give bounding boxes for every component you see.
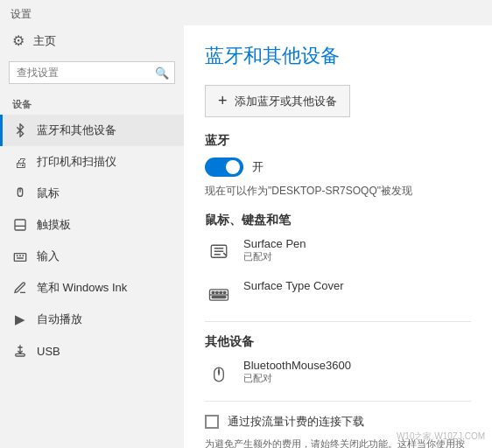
autoplay-icon: ▶ (12, 312, 28, 327)
input-icon (12, 248, 28, 264)
sidebar-item-printers[interactable]: 🖨 打印机和扫描仪 (0, 146, 184, 178)
divider-2 (205, 401, 471, 402)
sidebar-pen-label: 笔和 Windows Ink (37, 280, 127, 296)
device-surface-pen: Surface Pen 已配对 (205, 237, 471, 267)
toggle-on-label: 开 (252, 159, 264, 175)
sidebar-bluetooth-label: 蓝牙和其他设备 (37, 122, 116, 138)
page-title: 蓝牙和其他设备 (205, 43, 471, 69)
touchpad-icon (12, 217, 28, 233)
sidebar-mouse-label: 鼠标 (37, 186, 60, 201)
svg-rect-15 (223, 292, 226, 294)
metered-connection-row: 通过按流量计费的连接下载 (205, 414, 471, 430)
sidebar-item-autoplay[interactable]: ▶ 自动播放 (0, 304, 184, 335)
device-surface-cover: Surface Type Cover (205, 279, 471, 309)
bluetooth-section-heading: 蓝牙 (205, 133, 471, 149)
metered-connection-label: 通过按流量计费的连接下载 (228, 414, 364, 430)
svg-rect-16 (212, 297, 226, 298)
divider (205, 321, 471, 322)
sidebar-home-label: 主页 (33, 33, 56, 49)
search-input[interactable] (9, 61, 175, 84)
svg-rect-4 (14, 254, 25, 262)
sidebar-autoplay-label: 自动播放 (37, 312, 82, 327)
bt-mouse-name: BluetoothMouse3600 (243, 359, 351, 372)
bt-mouse-icon-box (205, 360, 233, 388)
sidebar-item-bluetooth[interactable]: 蓝牙和其他设备 (0, 115, 184, 146)
surface-pen-info: Surface Pen 已配对 (243, 237, 306, 263)
mouse-pen-section-heading: 鼠标、键盘和笔 (205, 213, 471, 228)
add-icon: + (218, 92, 228, 110)
other-section-heading: 其他设备 (205, 334, 471, 350)
svg-rect-14 (220, 292, 222, 294)
sidebar-item-home[interactable]: ⚙ 主页 (0, 25, 184, 56)
sidebar-touchpad-label: 触摸板 (37, 217, 71, 233)
toggle-knob (226, 160, 240, 174)
bluetooth-icon (12, 122, 28, 138)
add-device-label: 添加蓝牙或其他设备 (235, 94, 337, 109)
bt-mouse-status: 已配对 (243, 372, 351, 385)
surface-cover-icon-box (205, 281, 233, 309)
sidebar-item-input[interactable]: 输入 (0, 241, 184, 272)
svg-rect-12 (212, 292, 214, 294)
sidebar-item-usb[interactable]: USB (0, 335, 184, 367)
metered-connection-checkbox[interactable] (205, 415, 219, 429)
search-box: 🔍 (9, 61, 175, 84)
mouse-icon (12, 186, 28, 201)
sidebar-item-pen[interactable]: 笔和 Windows Ink (0, 272, 184, 304)
add-device-button[interactable]: + 添加蓝牙或其他设备 (205, 85, 350, 117)
content-area: 蓝牙和其他设备 + 添加蓝牙或其他设备 蓝牙 开 现在可以作为"DESKTOP-… (184, 25, 492, 448)
settings-label: 设置 (11, 8, 32, 20)
gear-icon: ⚙ (12, 32, 25, 49)
watermark: W10之家 W10ZJ.COM (397, 430, 485, 443)
sidebar-section-label: 设备 (0, 93, 184, 115)
surface-cover-name: Surface Type Cover (243, 279, 344, 292)
bt-mouse-info: BluetoothMouse3600 已配对 (243, 359, 351, 385)
svg-rect-13 (216, 292, 219, 294)
sidebar: ⚙ 主页 🔍 设备 蓝牙和其他设备 🖨 打印机和扫描仪 (0, 25, 184, 448)
surface-pen-name: Surface Pen (243, 237, 306, 250)
bluetooth-toggle-row: 开 (205, 158, 471, 177)
usb-icon (12, 343, 28, 359)
printer-icon: 🖨 (12, 154, 28, 170)
svg-rect-2 (15, 220, 25, 230)
pen-icon (12, 280, 28, 296)
device-bt-mouse: BluetoothMouse3600 已配对 (205, 359, 471, 388)
surface-pen-status: 已配对 (243, 250, 306, 263)
sidebar-printers-label: 打印机和扫描仪 (37, 154, 116, 170)
bluetooth-toggle[interactable] (205, 158, 243, 177)
sidebar-item-mouse[interactable]: 鼠标 (0, 178, 184, 209)
discoverable-text: 现在可以作为"DESKTOP-SR7SOQQ"被发现 (205, 184, 471, 199)
search-icon: 🔍 (155, 66, 169, 80)
sidebar-item-touchpad[interactable]: 触摸板 (0, 209, 184, 241)
surface-pen-icon-box (205, 239, 233, 267)
surface-cover-info: Surface Type Cover (243, 279, 344, 292)
sidebar-usb-label: USB (37, 345, 60, 358)
top-bar: 设置 (0, 0, 492, 25)
sidebar-input-label: 输入 (37, 248, 60, 264)
